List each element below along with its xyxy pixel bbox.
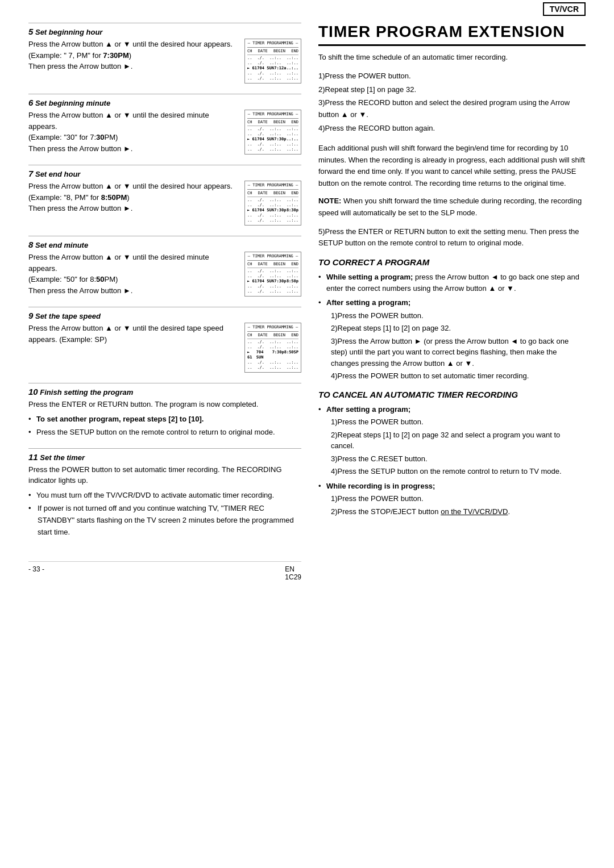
step-11-number: 11 — [28, 452, 38, 462]
underline-text: on the TV/VCR/DVD — [441, 507, 508, 516]
while-recording-bullet: While recording is in progress; 1)Press … — [318, 481, 586, 518]
correct-step-1: 1)Press the POWER button. — [331, 310, 586, 322]
step-10-number: 10 — [28, 387, 38, 397]
step-7-number: 7 — [28, 169, 33, 178]
to-correct-label: To Correct a Program — [318, 257, 429, 267]
step-7-header: 7 Set end hour — [28, 169, 301, 178]
step-6-diagram: – TIMER PROGRAMMING – CHDATEBEGINEND ...… — [244, 110, 301, 155]
step-10-label: Finish setting the program — [40, 388, 133, 397]
page-number: - 33 - — [28, 565, 44, 581]
cancel-after-steps: 1)Press the POWER button. 2)Repeat steps… — [326, 416, 586, 477]
diag9-header: CHDATEBEGINEND — [247, 333, 298, 339]
step-10-section: 10 Finish setting the program Press the … — [28, 383, 301, 438]
step-10-bullets: To set another program, repeat steps [2]… — [28, 414, 301, 438]
step-9-diagram: – TIMER PROGRAMMING – CHDATEBEGINEND ...… — [244, 323, 301, 373]
page-code: EN — [285, 565, 294, 573]
diag7-row5: .../...:....:.. — [247, 218, 298, 223]
step-9-header: 9 Set the tape speed — [28, 311, 301, 320]
step-9-content: Press the Arrow button ▲ or ▼ until the … — [28, 323, 301, 373]
step-11-bullet-1: You must turn off the TV/VCR/DVD to acti… — [28, 490, 301, 501]
diag6-row4: .../...:....:.. — [247, 142, 298, 147]
step-7-diagram: – TIMER PROGRAMMING – CHDATEBEGINEND ...… — [244, 181, 301, 226]
page-footer: - 33 - EN 1C29 — [28, 561, 301, 581]
diag8-row2: .../...:....:.. — [247, 274, 298, 279]
tv-vcr-badge: TV/VCR — [543, 2, 586, 16]
diag5-row2: .../...:....:.. — [247, 61, 298, 66]
step-9-section: 9 Set the tape speed Press the Arrow but… — [28, 307, 301, 373]
after-setting-correct-bullet: After setting a program; 1)Press the POW… — [318, 297, 586, 382]
step-10-text: Press the ENTER or RETURN button. The pr… — [28, 399, 301, 410]
step-9-number: 9 — [28, 311, 33, 320]
step-5-section: 5 Set beginning hour Press the Arrow but… — [28, 23, 301, 84]
while-setting-bullet: While setting a program; press the Arrow… — [318, 272, 586, 294]
step-8-text: Press the Arrow button ▲ or ▼ until the … — [28, 252, 239, 296]
step-10-bullet-2: Press the SETUP button on the remote con… — [28, 427, 301, 438]
diag7-row1: .../...:....:.. — [247, 198, 298, 203]
diag7-row4: .../...:....:.. — [247, 213, 298, 218]
diag6-title: – TIMER PROGRAMMING – — [247, 112, 298, 119]
recording-step-1: 1)Press the POWER button. — [331, 493, 586, 504]
step-6-content: Press the Arrow button ▲ or ▼ until the … — [28, 110, 301, 155]
step-10-header: 10 Finish setting the program — [28, 387, 301, 397]
step-11-note: If power is not turned off and you conti… — [28, 503, 301, 538]
correct-step-2: 2)Repeat steps [1] to [2] on page 32. — [331, 323, 586, 334]
step-5-header: 5 Set beginning hour — [28, 27, 301, 36]
to-cancel-label: To Cancel an Automatic Timer Recording — [318, 390, 518, 399]
diag5-row5: .../...:....:.. — [247, 76, 298, 81]
diag9-row3: ► 61704 SUN7:30p8:50SP — [247, 350, 298, 360]
step-9-label: Set the tape speed — [35, 312, 101, 320]
diag8-row3: ► 61704 SUN7:30p8:50p — [247, 279, 298, 284]
step-8-section: 8 Set end minute Press the Arrow button … — [28, 236, 301, 297]
page-title: TIMER PROGRAM EXTENSION — [318, 23, 586, 46]
diag5-row3: ► 61704 SUN7:12a..:.. — [247, 66, 298, 71]
cancel-after-setting-bullet: After setting a program; 1)Press the POW… — [318, 404, 586, 477]
diag7-row3: ► 61704 SUN7:30p8:30p — [247, 208, 298, 213]
step-8-header: 8 Set end minute — [28, 240, 301, 249]
step-6-text: Press the Arrow button ▲ or ▼ until the … — [28, 110, 239, 154]
to-correct-bullets: While setting a program; press the Arrow… — [318, 272, 586, 382]
step-5-content: Press the Arrow button ▲ or ▼ until the … — [28, 39, 301, 84]
right-step-3: 3)Press the RECORD button and select the… — [318, 97, 586, 121]
diag7-header: CHDATEBEGINEND — [247, 191, 298, 197]
diag6-row2: .../...:....:.. — [247, 132, 298, 137]
correct-step-3: 3)Press the Arrow button ► (or press the… — [331, 336, 586, 369]
step-9-text: Press the Arrow button ▲ or ▼ until the … — [28, 323, 239, 345]
right-step-5: 5)Press the ENTER or RETURN button to ex… — [318, 226, 586, 250]
cancel-step-3: 3)Press the C.RESET button. — [331, 453, 586, 465]
step-7-content: Press the Arrow button ▲ or ▼ until the … — [28, 181, 301, 226]
correct-step-4: 4)Press the POWER button to set automati… — [331, 370, 586, 382]
right-step-1: 1)Press the POWER button. — [318, 70, 586, 82]
diag6-row5: .../...:....:.. — [247, 147, 298, 152]
step-11-bullets: You must turn off the TV/VCR/DVD to acti… — [28, 490, 301, 539]
recording-step-2: 2)Press the STOP/EJECT button on the TV/… — [331, 506, 586, 518]
diag5-title: – TIMER PROGRAMMING – — [247, 41, 298, 48]
step-6-label: Set beginning minute — [35, 99, 110, 107]
right-body-text: Each additional push will shift forward … — [318, 143, 586, 190]
step-5-diagram: – TIMER PROGRAMMING – CHDATEBEGINEND ...… — [244, 39, 301, 84]
diag8-header: CHDATEBEGINEND — [247, 262, 298, 268]
diag9-row5: .../...:....:.. — [247, 365, 298, 370]
cancel-step-1: 1)Press the POWER button. — [331, 416, 586, 428]
diag8-row4: .../...:....:.. — [247, 284, 298, 289]
step-5-text: Press the Arrow button ▲ or ▼ until the … — [28, 39, 239, 72]
while-recording-steps: 1)Press the POWER button. 2)Press the ST… — [326, 493, 586, 517]
step-10-bullet-1: To set another program, repeat steps [2]… — [28, 414, 301, 425]
diag9-row4: .../...:....:.. — [247, 360, 298, 365]
diag7-title: – TIMER PROGRAMMING – — [247, 183, 298, 190]
right-header-area: TV/VCR TIMER PROGRAM EXTENSION — [318, 23, 586, 52]
page-subcode: 1C29 — [285, 573, 301, 581]
diag5-header: CHDATEBEGINEND — [247, 49, 298, 55]
right-step-2: 2)Repeat step [1] on page 32. — [318, 84, 586, 96]
to-cancel-bullets: After setting a program; 1)Press the POW… — [318, 404, 586, 518]
to-correct-heading: To Correct a Program — [318, 257, 586, 267]
step-6-header: 6 Set beginning minute — [28, 98, 301, 107]
left-column: 5 Set beginning hour Press the Arrow but… — [28, 23, 301, 581]
diag9-row2: .../...:....:.. — [247, 345, 298, 350]
step-11-bullet-2: If power is not turned off and you conti… — [28, 503, 301, 538]
right-steps-list: 1)Press the POWER button. 2)Repeat step … — [318, 70, 586, 135]
diag7-row2: .../...:....:.. — [247, 203, 298, 208]
step-11-header: 11 Set the timer — [28, 452, 301, 462]
step-5-label: Set beginning hour — [35, 28, 102, 36]
diag6-header: CHDATEBEGINEND — [247, 120, 298, 126]
diag6-row3: ► 61704 SUN7:30p..:.. — [247, 137, 298, 142]
